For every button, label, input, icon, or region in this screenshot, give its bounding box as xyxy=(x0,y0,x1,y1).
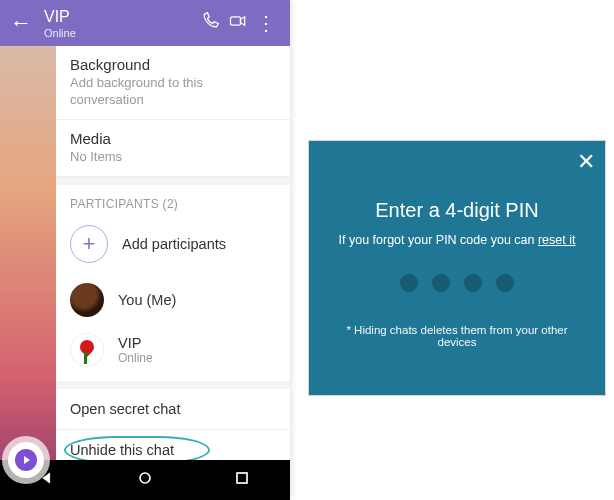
participant-status: Online xyxy=(118,351,153,365)
record-fab[interactable] xyxy=(8,442,44,478)
background-title: Background xyxy=(70,56,276,73)
dialog-hint: If you forgot your PIN code you can rese… xyxy=(327,232,587,250)
unhide-this-chat[interactable]: Unhide this chat xyxy=(56,430,290,460)
pin-input[interactable] xyxy=(327,274,587,292)
open-secret-chat[interactable]: Open secret chat xyxy=(56,389,290,430)
media-sub: No Items xyxy=(70,149,276,166)
add-participants-row[interactable]: + Add participants xyxy=(56,217,290,275)
chat-wallpaper-strip xyxy=(0,46,56,460)
dialog-footer: * Hiding chats deletes them from your ot… xyxy=(327,324,587,348)
chat-topbar: ← VIP Online ⋮ xyxy=(0,0,290,46)
participants-header: PARTICIPANTS (2) xyxy=(56,177,290,217)
video-call-icon[interactable] xyxy=(224,11,252,36)
svg-point-1 xyxy=(140,473,150,483)
pin-dot xyxy=(464,274,482,292)
close-icon[interactable]: ✕ xyxy=(577,149,595,175)
nav-back-icon[interactable] xyxy=(38,468,58,492)
chat-title-block[interactable]: VIP Online xyxy=(44,8,196,39)
dialog-heading: Enter a 4-digit PIN xyxy=(327,199,587,222)
participant-name: You (Me) xyxy=(118,292,176,308)
participant-row[interactable]: You (Me) xyxy=(56,275,290,325)
pin-dot xyxy=(432,274,450,292)
pin-dot xyxy=(400,274,418,292)
pin-dot xyxy=(496,274,514,292)
background-setting[interactable]: Background Add background to this conver… xyxy=(56,46,290,120)
media-setting[interactable]: Media No Items xyxy=(56,120,290,177)
back-icon[interactable]: ← xyxy=(10,12,32,34)
android-navbar xyxy=(0,460,290,500)
avatar xyxy=(70,283,104,317)
play-icon xyxy=(15,449,37,471)
svg-rect-2 xyxy=(237,473,247,483)
phone-frame: ← VIP Online ⋮ Background Add background… xyxy=(0,0,290,500)
nav-home-icon[interactable] xyxy=(135,468,155,492)
chat-status: Online xyxy=(44,27,196,39)
nav-recent-icon[interactable] xyxy=(232,468,252,492)
participant-name: VIP xyxy=(118,335,153,351)
pin-dialog: ✕ Enter a 4-digit PIN If you forgot your… xyxy=(308,140,606,396)
media-title: Media xyxy=(70,130,276,147)
dialog-hint-text: If you forgot your PIN code you can xyxy=(339,233,538,247)
avatar xyxy=(70,333,104,367)
participant-row[interactable]: VIP Online xyxy=(56,325,290,381)
plus-icon[interactable]: + xyxy=(70,225,108,263)
background-sub: Add background to this conversation xyxy=(70,75,276,109)
more-icon[interactable]: ⋮ xyxy=(252,11,280,35)
add-participants-label: Add participants xyxy=(122,236,226,252)
chat-title: VIP xyxy=(44,8,196,26)
voice-call-icon[interactable] xyxy=(196,11,224,36)
reset-pin-link[interactable]: reset it xyxy=(538,233,576,247)
chat-info-panel: Background Add background to this conver… xyxy=(56,46,290,460)
svg-rect-0 xyxy=(231,16,241,24)
